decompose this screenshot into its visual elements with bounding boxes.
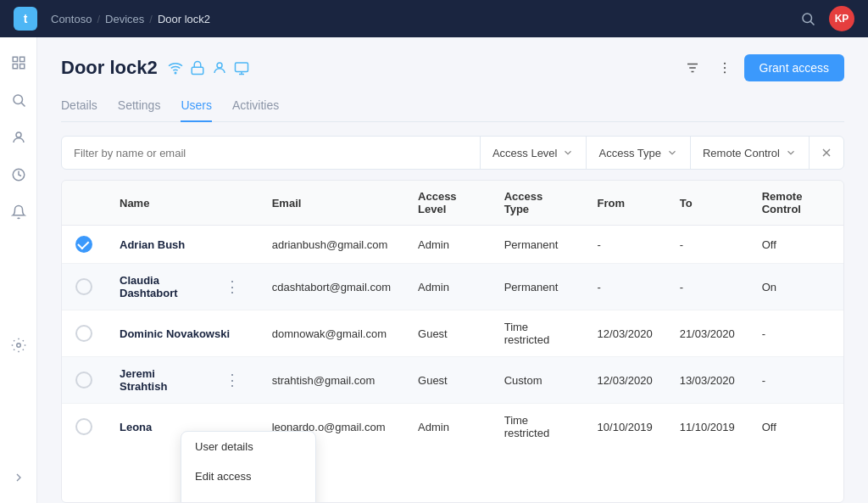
- table-row: Jeremi Strahtish⋮strahtish@gmail.comGues…: [62, 357, 843, 404]
- settings-icon: [11, 338, 26, 353]
- user-remote-control: Off: [748, 226, 843, 264]
- chevron-right-icon: [12, 471, 25, 484]
- user-name: Leona: [120, 421, 152, 433]
- user-email: cdashtabort@gmail.com: [259, 264, 404, 310]
- lock-icon: [190, 60, 205, 75]
- table-row: Claudia Dashtabort⋮cdashtabort@gmail.com…: [62, 264, 843, 310]
- svg-point-8: [16, 132, 21, 137]
- tab-activities[interactable]: Activities: [232, 92, 279, 122]
- page-header: Door lock2: [61, 54, 844, 81]
- bell-icon: [11, 204, 26, 220]
- user-to: -: [666, 226, 748, 264]
- table-row: Adrian Bushadrianbush@gmail.comAdminPerm…: [62, 226, 843, 264]
- user-from: 10/10/2019: [584, 404, 666, 450]
- user-avatar[interactable]: KP: [829, 6, 854, 31]
- sidebar-item-grid[interactable]: [3, 48, 34, 78]
- row-checkbox[interactable]: [75, 236, 92, 253]
- breadcrumb-contoso[interactable]: Contoso: [51, 13, 92, 25]
- user-remote-control: Off: [748, 404, 843, 450]
- users-table: Name Email Access Level Access Type From…: [61, 180, 844, 503]
- context-menu-item-user-details[interactable]: User details: [181, 432, 315, 461]
- user-email: strahtish@gmail.com: [259, 357, 404, 404]
- context-menu-item-remove-access[interactable]: Remove access: [181, 491, 315, 503]
- sidebar-collapse-button[interactable]: [0, 462, 37, 493]
- tabs: Details Settings Users Activities: [61, 92, 844, 122]
- svg-rect-4: [13, 64, 17, 69]
- chevron-down-icon-2: [666, 147, 678, 159]
- topbar-search-button[interactable]: [797, 8, 819, 30]
- user-access-level: Admin: [404, 226, 491, 264]
- wifi-icon: [168, 60, 183, 75]
- chevron-down-icon: [562, 147, 574, 159]
- svg-point-6: [14, 95, 23, 104]
- table-header-to: To: [666, 181, 748, 226]
- row-checkbox[interactable]: [75, 372, 92, 388]
- remote-control-dropdown[interactable]: Remote Control: [690, 137, 809, 169]
- user-to: -: [666, 264, 748, 310]
- user-icon: [11, 130, 26, 145]
- row-menu-icon[interactable]: ⋮: [220, 369, 245, 391]
- more-options-button[interactable]: [712, 55, 737, 81]
- user-email: adrianbush@gmail.com: [259, 226, 404, 264]
- user-name: Adrian Bush: [120, 238, 185, 251]
- svg-rect-14: [235, 63, 248, 72]
- table-header-check: [62, 181, 106, 226]
- topbar-right: KP: [797, 6, 854, 31]
- breadcrumb-current: Door lock2: [158, 13, 210, 25]
- chevron-down-icon-3: [785, 147, 797, 159]
- sidebar-item-clock[interactable]: [3, 159, 34, 190]
- user-name: Jeremi Strahtish: [120, 367, 206, 393]
- breadcrumb: Contoso / Devices / Door lock2: [51, 13, 210, 25]
- row-menu-icon[interactable]: ⋮: [220, 276, 245, 298]
- sidebar-item-search[interactable]: [3, 85, 34, 115]
- user-name: Claudia Dashtabort: [120, 274, 206, 299]
- grant-access-button[interactable]: Grant access: [744, 54, 844, 81]
- svg-point-0: [803, 14, 812, 23]
- svg-rect-12: [192, 67, 203, 74]
- monitor-icon: [234, 60, 249, 75]
- row-checkbox[interactable]: [75, 325, 92, 342]
- sidebar-item-settings[interactable]: [3, 330, 34, 360]
- row-checkbox[interactable]: [75, 418, 92, 435]
- page-title-area: Door lock2: [61, 57, 249, 79]
- tab-settings[interactable]: Settings: [118, 92, 161, 122]
- tab-users[interactable]: Users: [181, 92, 212, 122]
- svg-point-13: [217, 63, 222, 68]
- user-access-type: Time restricted: [491, 404, 584, 450]
- content-area: Door lock2: [37, 37, 868, 503]
- app-logo[interactable]: t: [14, 7, 37, 31]
- svg-point-17: [723, 63, 725, 64]
- table-header-email: Email: [259, 181, 404, 226]
- svg-line-7: [21, 103, 25, 106]
- access-level-dropdown[interactable]: Access Level: [480, 137, 587, 169]
- main-layout: Door lock2: [0, 37, 868, 503]
- sidebar: [0, 37, 37, 503]
- user-remote-control: On: [748, 264, 843, 310]
- user-access-type: Time restricted: [491, 310, 584, 357]
- breadcrumb-devices[interactable]: Devices: [105, 13, 144, 25]
- filter-input[interactable]: [62, 147, 480, 159]
- clock-icon: [11, 167, 26, 182]
- table-header-from: From: [584, 181, 666, 226]
- user-access-level: Admin: [404, 404, 491, 450]
- row-checkbox[interactable]: [75, 278, 92, 295]
- filter-close-button[interactable]: [809, 137, 843, 169]
- tab-details[interactable]: Details: [61, 92, 97, 122]
- user-remote-control: -: [748, 357, 843, 404]
- table-header-access-type: Access Type: [491, 181, 584, 226]
- user-to: 21/03/2020: [666, 310, 748, 357]
- filter-button[interactable]: [680, 55, 705, 81]
- filter-icon: [685, 60, 700, 75]
- user-email: domnowak@gmail.com: [259, 310, 404, 357]
- table-header-name: Name: [106, 181, 259, 226]
- context-menu: User detailsEdit accessRemove access: [181, 431, 316, 503]
- access-type-dropdown[interactable]: Access Type: [586, 137, 689, 169]
- sidebar-item-bell[interactable]: [3, 197, 34, 227]
- device-icons: [168, 60, 249, 75]
- table-header-remote-control: Remote Control: [748, 181, 843, 226]
- context-menu-item-edit-access[interactable]: Edit access: [181, 461, 315, 491]
- svg-point-18: [723, 67, 725, 69]
- table-row: Leonaleonardo.o@gmail.comAdminTime restr…: [62, 404, 843, 450]
- sidebar-item-user[interactable]: [3, 122, 34, 153]
- user-access-level: Guest: [404, 310, 491, 357]
